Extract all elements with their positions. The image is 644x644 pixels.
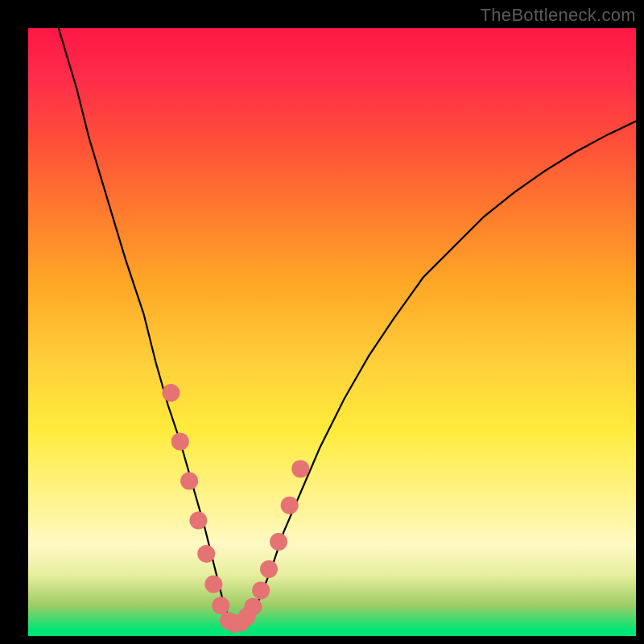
marker-point bbox=[252, 581, 270, 599]
chart-svg bbox=[28, 28, 636, 636]
marker-point bbox=[244, 598, 262, 616]
watermark-text: TheBottleneck.com bbox=[481, 5, 636, 26]
chart-plot-area bbox=[28, 28, 636, 636]
bottleneck-curve bbox=[59, 28, 636, 624]
marker-point bbox=[204, 576, 222, 593]
marker-point bbox=[189, 512, 207, 530]
marker-points bbox=[162, 384, 309, 633]
marker-point bbox=[180, 472, 198, 489]
marker-point bbox=[260, 560, 278, 578]
marker-point bbox=[281, 497, 299, 514]
marker-point bbox=[270, 533, 287, 551]
marker-point bbox=[162, 384, 180, 402]
marker-point bbox=[212, 597, 229, 614]
marker-point bbox=[197, 545, 215, 563]
marker-point bbox=[291, 460, 309, 477]
marker-point bbox=[171, 432, 189, 450]
